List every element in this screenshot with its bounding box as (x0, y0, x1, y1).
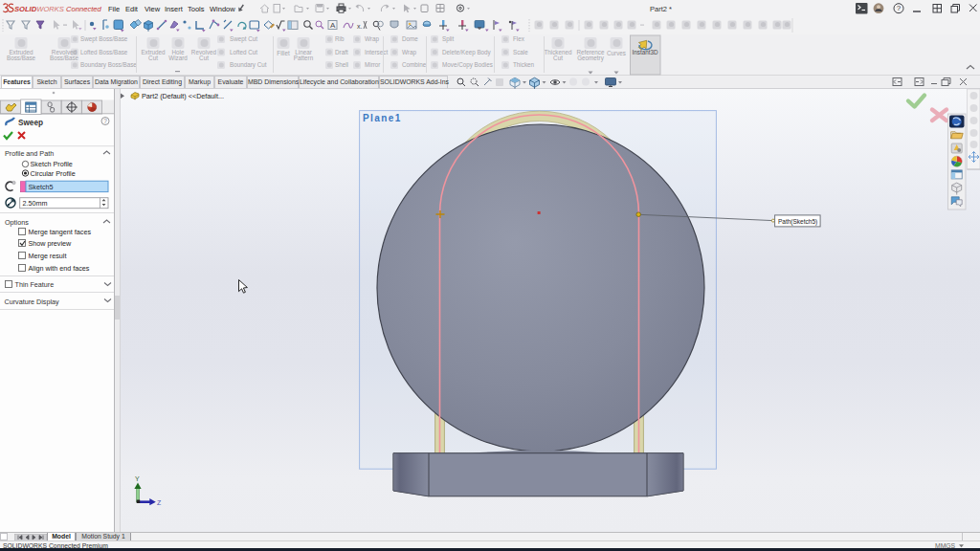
svg-text:Merge result: Merge result (29, 252, 67, 260)
svg-text:Sweep: Sweep (18, 119, 43, 127)
svg-text:A: A (330, 21, 336, 30)
svg-text:?: ? (103, 118, 107, 124)
svg-text:?: ? (897, 4, 902, 12)
svg-text:Profile and Path: Profile and Path (5, 149, 54, 158)
svg-text:Thin Feature: Thin Feature (15, 280, 55, 289)
svg-text:Align with end faces: Align with end faces (29, 264, 90, 273)
svg-text:Y: Y (135, 475, 140, 482)
svg-text:Show preview: Show preview (29, 239, 73, 248)
svg-text:Curvature Display: Curvature Display (5, 298, 60, 306)
svg-text:2.50mm: 2.50mm (23, 199, 48, 208)
svg-text:Options: Options (5, 218, 29, 227)
svg-text:Part2 (Default) <<Default...: Part2 (Default) <<Default... (142, 92, 224, 100)
svg-text:x.: x. (357, 23, 363, 30)
svg-text:Path(Sketch5): Path(Sketch5) (778, 218, 817, 226)
svg-text:Circular Profile: Circular Profile (31, 169, 76, 178)
svg-text:Plane1: Plane1 (363, 113, 402, 123)
svg-text:Sketch5: Sketch5 (29, 183, 54, 191)
svg-text:Sketch Profile: Sketch Profile (31, 160, 73, 168)
svg-text:Z: Z (157, 499, 162, 506)
svg-text:Merge tangent faces: Merge tangent faces (29, 228, 92, 236)
